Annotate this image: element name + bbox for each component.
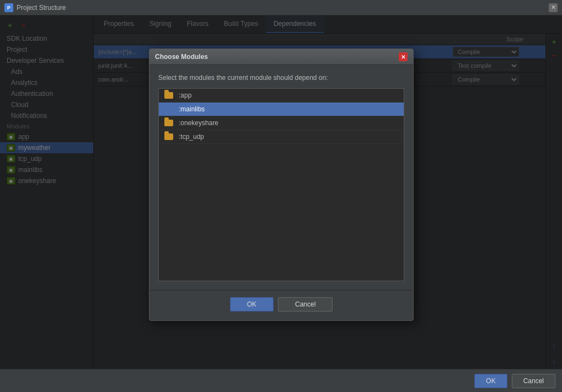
modal-footer: OK Cancel (149, 290, 413, 320)
cancel-button[interactable]: Cancel (512, 374, 555, 388)
modal-titlebar: Choose Modules ✕ (149, 49, 413, 65)
app-icon: P (4, 3, 13, 12)
folder-icon-app (164, 92, 174, 99)
bottom-bar: OK Cancel (0, 369, 562, 392)
modal-overlay: Choose Modules ✕ Select the modules the … (0, 15, 562, 369)
folder-icon-tcp-udp (164, 133, 174, 141)
folder-icon-mainlibs (164, 105, 174, 113)
title-bar-title: Project Structure (17, 4, 66, 12)
main-layout: + − SDK Location Project Developer Servi… (0, 15, 562, 369)
modal-description: Select the modules the current module sh… (158, 74, 404, 82)
modal-cancel-button[interactable]: Cancel (278, 297, 333, 312)
module-list-item-tcp-udp[interactable]: :tcp_udp (159, 130, 404, 144)
module-list-item-mainlibs[interactable]: :mainlibs (159, 103, 404, 116)
modal-close-button[interactable]: ✕ (399, 52, 408, 61)
module-list-item-app[interactable]: :app (159, 89, 404, 103)
title-bar: P Project Structure ✕ (0, 0, 562, 15)
ok-button[interactable]: OK (474, 374, 507, 388)
app-window: P Project Structure ✕ + − SDK Location P… (0, 0, 562, 392)
modal-body: Select the modules the current module sh… (149, 65, 413, 290)
folder-icon-onekeyshare (164, 119, 174, 127)
module-list: :app :mainlibs :onekeyshar (158, 88, 404, 281)
choose-modules-dialog: Choose Modules ✕ Select the modules the … (149, 49, 414, 321)
close-window-button[interactable]: ✕ (549, 3, 558, 12)
modal-ok-button[interactable]: OK (230, 297, 274, 312)
modal-title: Choose Modules (155, 53, 399, 61)
module-list-item-onekeyshare[interactable]: :onekeyshare (159, 116, 404, 130)
